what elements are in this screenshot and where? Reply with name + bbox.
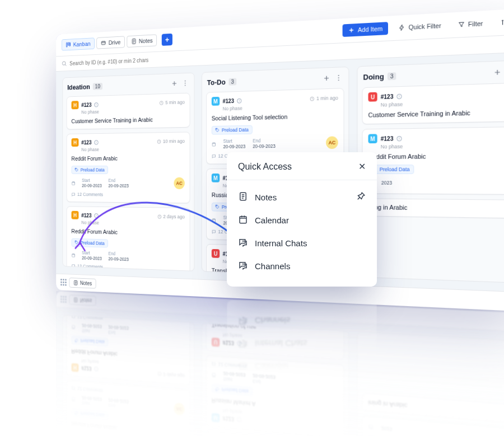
quick-item-label: Channels bbox=[255, 261, 290, 271]
svg-rect-15 bbox=[72, 254, 75, 257]
info-icon[interactable] bbox=[94, 213, 98, 218]
comments-count[interactable]: 12 Comments bbox=[72, 263, 185, 271]
kanban-card[interactable]: H #123 5 min ago No phase Customer Servi… bbox=[67, 93, 190, 130]
add-item-label: Add Item bbox=[358, 25, 382, 34]
kanban-card[interactable]: M #123 No phase Reddit Forum ArabicPrelo… bbox=[362, 126, 504, 195]
notes-icon bbox=[73, 297, 78, 303]
quick-item-calendar[interactable]: Calendar bbox=[232, 209, 371, 232]
column-add-button[interactable] bbox=[322, 73, 331, 83]
view-tab-label: Notes bbox=[139, 37, 153, 44]
assignee-avatar[interactable]: AC bbox=[174, 402, 184, 415]
pin-icon[interactable] bbox=[356, 383, 366, 395]
svg-rect-24 bbox=[212, 219, 215, 222]
start-date: 20-09-2023 bbox=[223, 144, 246, 149]
priority-badge: U bbox=[368, 92, 377, 102]
svg-point-21 bbox=[216, 129, 217, 129]
quick-item-internal-chats[interactable]: Internal Chats bbox=[232, 332, 371, 355]
view-tab-label: Kanban bbox=[73, 40, 91, 48]
card-chip[interactable]: Preload Data bbox=[72, 238, 108, 247]
card-title: Social Listening Tool selection bbox=[212, 112, 338, 121]
kanban-card[interactable]: H #123 2 days ago No phase Reddit Forum … bbox=[67, 316, 190, 386]
notes-icon bbox=[73, 280, 78, 286]
add-item-button[interactable]: Add Item bbox=[343, 22, 388, 37]
svg-point-56 bbox=[216, 390, 217, 390]
quick-item-internal-chats[interactable]: Internal Chats bbox=[232, 232, 371, 255]
svg-point-6 bbox=[185, 81, 186, 82]
end-date: 20-09-2023 bbox=[253, 143, 276, 149]
info-icon[interactable] bbox=[237, 98, 241, 103]
column-title: To-Do bbox=[207, 78, 226, 87]
kanban-card[interactable]: U #123 No phase Customer Service Trainin… bbox=[362, 83, 504, 125]
quick-filter-button[interactable]: Quick Filter bbox=[393, 18, 447, 34]
sort-button[interactable]: So bbox=[494, 15, 504, 30]
close-icon[interactable]: ✕ bbox=[358, 415, 366, 425]
kanban-card[interactable]: H #123 2 days ago No phase Reddit Forum … bbox=[67, 206, 190, 270]
card-chip[interactable]: Preload Data bbox=[72, 336, 108, 346]
column-more-button[interactable] bbox=[334, 73, 343, 83]
column-doing: Doing 3 U #123 No phase Customer Service… bbox=[357, 331, 504, 436]
footer-notes-label: Notes bbox=[80, 280, 92, 287]
column-add-button[interactable] bbox=[170, 79, 178, 88]
quick-access-panel: Quick Access ✕ Notes Calendar Internal C… bbox=[227, 300, 377, 434]
kanban-card[interactable]: H #123 10 min ago No phase Reddit Forum … bbox=[67, 380, 190, 436]
column-doing: Doing 3 U #123 No phase Customer Service… bbox=[357, 60, 504, 283]
svg-rect-3 bbox=[101, 41, 105, 45]
card-title: Customer Service Training in Arabic bbox=[72, 116, 185, 125]
start-label: Start bbox=[82, 178, 102, 183]
card-id: #123 bbox=[81, 139, 91, 145]
view-tab-drive[interactable]: Drive bbox=[96, 36, 124, 49]
column-more-button[interactable] bbox=[181, 79, 189, 88]
comments-count[interactable]: 12 Comments bbox=[72, 192, 185, 198]
priority-badge: H bbox=[72, 101, 79, 109]
apps-grid-icon[interactable] bbox=[60, 279, 66, 285]
svg-point-14 bbox=[76, 241, 76, 242]
kanban-card[interactable]: H #123 10 min ago No phase Reddit Forum … bbox=[67, 132, 190, 203]
filter-button[interactable]: Filter bbox=[452, 16, 489, 31]
assignee-avatar[interactable]: AC bbox=[326, 136, 338, 149]
search-input[interactable] bbox=[69, 55, 193, 66]
card-title: Reddit Forum Arabic bbox=[368, 152, 504, 160]
info-icon[interactable] bbox=[94, 367, 98, 372]
quick-filter-label: Quick Filter bbox=[408, 22, 441, 31]
svg-rect-57 bbox=[212, 373, 215, 377]
svg-rect-12 bbox=[72, 182, 75, 185]
notes-icon bbox=[238, 191, 248, 203]
quick-item-label: Internal Chats bbox=[255, 339, 307, 348]
quick-item-notes[interactable]: Notes bbox=[232, 186, 371, 209]
info-icon[interactable] bbox=[397, 93, 402, 99]
footer-notes-label: Notes bbox=[80, 297, 92, 303]
kanban-card[interactable]: ining in Arabic bbox=[362, 198, 504, 218]
card-ago: 5 min ago bbox=[160, 100, 185, 106]
card-chip[interactable]: Preload Data bbox=[72, 166, 108, 174]
column-add-button[interactable] bbox=[492, 67, 502, 77]
footer-notes-tab[interactable]: Notes bbox=[69, 295, 96, 306]
assignee-avatar[interactable]: AC bbox=[174, 177, 184, 189]
pin-icon[interactable] bbox=[356, 191, 366, 203]
info-icon[interactable] bbox=[94, 140, 98, 145]
close-icon[interactable]: ✕ bbox=[358, 161, 366, 172]
priority-badge: H bbox=[72, 363, 79, 372]
add-view-button[interactable]: + bbox=[162, 34, 172, 46]
quick-item-notes[interactable]: Notes bbox=[232, 378, 371, 401]
card-chip[interactable]: Preload Data bbox=[212, 125, 253, 134]
info-icon[interactable] bbox=[94, 102, 98, 107]
card-phase: No phase bbox=[381, 142, 504, 149]
view-tab-notes[interactable]: Notes bbox=[127, 34, 157, 48]
chat-icon bbox=[238, 337, 248, 349]
view-tab-kanban[interactable]: Kanban bbox=[62, 37, 95, 50]
quick-item-channels[interactable]: Channels bbox=[232, 309, 371, 332]
card-phase: No phase bbox=[81, 146, 184, 152]
quick-item-channels[interactable]: Channels bbox=[232, 255, 371, 278]
card-title: ining in Arabic bbox=[368, 204, 504, 213]
svg-point-18 bbox=[338, 77, 339, 78]
start-label: Start bbox=[223, 138, 246, 144]
apps-grid-icon[interactable] bbox=[60, 296, 66, 303]
info-icon[interactable] bbox=[397, 135, 402, 141]
column-title: Ideation bbox=[67, 82, 90, 91]
card-title: Reddit Forum Arabic bbox=[72, 228, 185, 237]
footer-notes-tab[interactable]: Notes bbox=[69, 278, 96, 289]
svg-rect-1 bbox=[68, 43, 69, 45]
card-chip[interactable]: Preload Data bbox=[72, 409, 108, 420]
quick-item-label: Internal Chats bbox=[255, 238, 307, 248]
quick-item-calendar[interactable]: Calendar bbox=[232, 355, 371, 378]
